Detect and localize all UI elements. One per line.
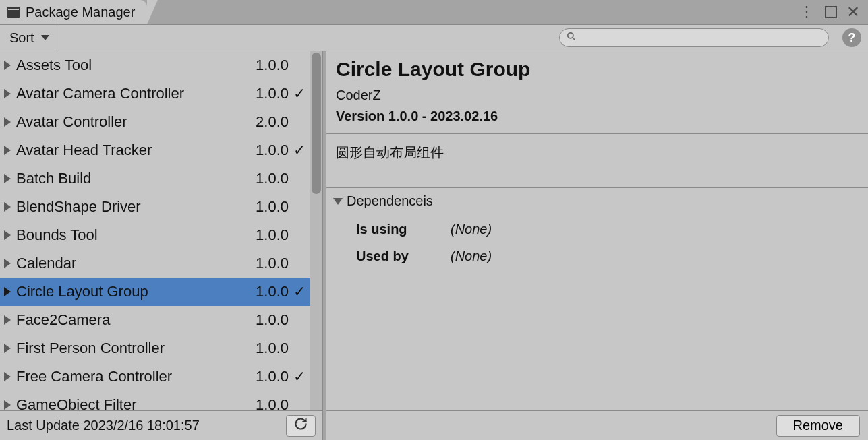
- chevron-right-icon: [4, 61, 11, 70]
- package-manager-tab[interactable]: Package Manager: [0, 0, 147, 24]
- chevron-right-icon: [4, 287, 11, 296]
- package-list-footer: Last Update 2023/2/16 18:01:57: [0, 410, 322, 440]
- package-row[interactable]: Bounds Tool1.0.0: [0, 221, 322, 249]
- installed-check-icon: ✓: [291, 283, 308, 301]
- package-row[interactable]: Avatar Head Tracker1.0.0✓: [0, 136, 322, 164]
- search-field[interactable]: [559, 28, 829, 47]
- package-version: 1.0.0: [256, 283, 289, 301]
- chevron-right-icon: [4, 230, 11, 240]
- installed-check-icon: ✓: [291, 142, 308, 159]
- is-using-row: Is using (None): [356, 216, 861, 243]
- remove-button[interactable]: Remove: [776, 415, 860, 437]
- package-version: 1.0.0: [256, 85, 289, 102]
- package-row[interactable]: GameObject Filter1.0.0: [0, 391, 322, 410]
- package-name: Batch Build: [16, 170, 256, 187]
- package-version: 1.0.0: [256, 57, 289, 74]
- package-row[interactable]: BlendShape Driver1.0.0: [0, 193, 322, 221]
- chevron-right-icon: [4, 344, 11, 353]
- used-by-row: Used by (None): [356, 243, 861, 270]
- dependencies-toggle[interactable]: Dependenceis: [333, 193, 861, 209]
- close-icon[interactable]: ✕: [844, 4, 863, 20]
- package-version: 1.0.0: [256, 311, 289, 329]
- chevron-right-icon: [4, 315, 11, 325]
- package-name: Circle Layout Group: [16, 283, 256, 301]
- is-using-label: Is using: [356, 222, 430, 237]
- package-name: Face2Camera: [16, 311, 256, 329]
- package-name: First Person Controller: [16, 340, 256, 357]
- chevron-right-icon: [4, 174, 11, 183]
- toolbar: Sort ?: [0, 24, 868, 51]
- detail-footer: Remove: [326, 410, 868, 440]
- title-bar: Package Manager ⋮ ✕: [0, 0, 868, 24]
- help-icon: ?: [848, 31, 856, 45]
- sort-label: Sort: [9, 30, 34, 46]
- window-controls: ⋮ ✕: [795, 0, 868, 24]
- is-using-value: (None): [451, 222, 492, 237]
- installed-check-icon: ✓: [291, 368, 308, 385]
- chevron-right-icon: [4, 400, 11, 410]
- package-version: 2.0.0: [256, 113, 289, 131]
- refresh-icon: [294, 417, 308, 434]
- package-name: Avatar Camera Controller: [16, 85, 256, 102]
- package-version: 1.0.0: [256, 368, 289, 385]
- package-version: 1.0.0: [256, 396, 289, 410]
- package-version: 1.0.0: [256, 142, 289, 159]
- package-name: Free Camera Controller: [16, 368, 256, 385]
- svg-point-0: [568, 33, 573, 38]
- help-button[interactable]: ?: [842, 28, 861, 47]
- chevron-right-icon: [4, 202, 11, 212]
- svg-line-1: [573, 38, 575, 40]
- detail-version: Version 1.0.0 - 2023.02.16: [336, 108, 859, 124]
- package-list-scrollbar[interactable]: [310, 51, 322, 410]
- dependencies-section: Dependenceis Is using (None) Used by (No…: [326, 187, 868, 275]
- detail-pane: Circle Layout Group CoderZ Version 1.0.0…: [326, 51, 868, 440]
- detail-header: Circle Layout Group CoderZ Version 1.0.0…: [326, 51, 868, 133]
- package-list: Assets Tool1.0.0Avatar Camera Controller…: [0, 51, 322, 410]
- package-row[interactable]: Batch Build1.0.0: [0, 164, 322, 193]
- package-name: BlendShape Driver: [16, 198, 256, 216]
- package-name: Avatar Head Tracker: [16, 142, 256, 159]
- sort-dropdown[interactable]: Sort: [0, 25, 59, 51]
- package-row[interactable]: Avatar Camera Controller1.0.0✓: [0, 80, 322, 108]
- package-row[interactable]: Avatar Controller2.0.0: [0, 108, 322, 136]
- tab-title: Package Manager: [26, 5, 135, 20]
- package-name: Bounds Tool: [16, 226, 256, 244]
- kebab-icon[interactable]: ⋮: [795, 3, 818, 21]
- package-row[interactable]: Assets Tool1.0.0: [0, 51, 322, 80]
- package-name: GameObject Filter: [16, 396, 256, 410]
- chevron-right-icon: [4, 117, 11, 127]
- detail-spacer: [326, 275, 868, 410]
- chevron-right-icon: [4, 146, 11, 155]
- chevron-right-icon: [4, 372, 11, 381]
- package-version: 1.0.0: [256, 170, 289, 187]
- used-by-value: (None): [451, 249, 492, 264]
- package-name: Avatar Controller: [16, 113, 256, 131]
- maximize-icon[interactable]: [825, 6, 837, 18]
- package-name: Assets Tool: [16, 57, 256, 74]
- chevron-right-icon: [4, 259, 11, 268]
- package-version: 1.0.0: [256, 226, 289, 244]
- chevron-down-icon: [41, 35, 49, 40]
- window-icon: [7, 7, 20, 18]
- search-icon: [567, 32, 576, 44]
- dependencies-label: Dependenceis: [347, 193, 433, 209]
- package-name: Calendar: [16, 255, 256, 272]
- package-version: 1.0.0: [256, 340, 289, 357]
- package-row[interactable]: Circle Layout Group1.0.0✓: [0, 278, 322, 306]
- package-version: 1.0.0: [256, 255, 289, 272]
- search-input[interactable]: [580, 32, 821, 44]
- detail-author: CoderZ: [336, 88, 859, 103]
- detail-description: 圆形自动布局组件: [326, 133, 868, 187]
- dependencies-body: Is using (None) Used by (None): [333, 209, 861, 270]
- last-update-text: Last Update 2023/2/16 18:01:57: [7, 418, 279, 433]
- detail-title: Circle Layout Group: [336, 58, 859, 81]
- package-row[interactable]: First Person Controller1.0.0: [0, 334, 322, 363]
- package-row[interactable]: Calendar1.0.0: [0, 249, 322, 278]
- scrollbar-thumb[interactable]: [312, 53, 321, 194]
- refresh-button[interactable]: [286, 415, 316, 437]
- chevron-right-icon: [4, 89, 11, 98]
- chevron-down-icon: [333, 198, 343, 205]
- package-row[interactable]: Free Camera Controller1.0.0✓: [0, 363, 322, 391]
- package-row[interactable]: Face2Camera1.0.0: [0, 306, 322, 334]
- package-version: 1.0.0: [256, 198, 289, 216]
